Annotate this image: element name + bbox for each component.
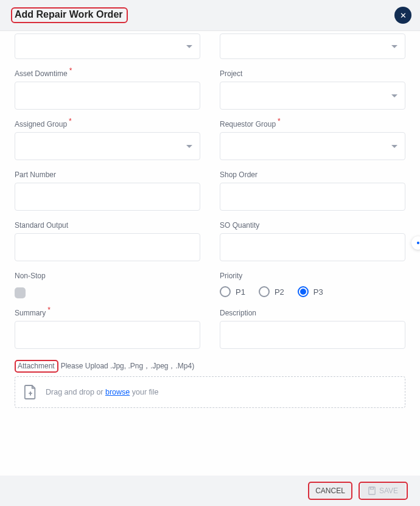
priority-label-p3: P3 [313, 287, 323, 297]
project-select[interactable] [220, 82, 405, 110]
shop-order-label: Shop Order [220, 170, 257, 179]
priority-label-p2: P2 [275, 287, 284, 297]
top-left-select[interactable] [15, 33, 200, 59]
close-button[interactable]: ✕ [394, 7, 411, 24]
asset-downtime-label: Asset Downtime [15, 69, 70, 78]
radio-icon [298, 286, 309, 297]
description-input[interactable] [220, 321, 405, 349]
assigned-group-label: Assigned Group [15, 120, 70, 128]
non-stop-toggle[interactable] [15, 287, 26, 298]
save-button[interactable]: SAVE [361, 483, 405, 499]
attachment-label: Attachment [15, 360, 58, 373]
requestor-group-label: Requestor Group [220, 120, 279, 128]
assigned-group-select[interactable] [15, 132, 200, 160]
close-icon: ✕ [400, 11, 407, 20]
so-quantity-label: SO Quantity [220, 221, 259, 230]
part-number-input[interactable] [15, 183, 200, 211]
chevron-down-icon [391, 45, 397, 48]
priority-radio-p3[interactable]: P3 [298, 286, 323, 297]
chevron-down-icon [391, 94, 397, 97]
svg-rect-0 [369, 487, 375, 494]
cancel-button[interactable]: CANCEL [308, 482, 352, 500]
chevron-down-icon [186, 145, 192, 148]
priority-label: Priority [220, 272, 242, 280]
project-label: Project [220, 69, 242, 78]
radio-icon [259, 286, 270, 297]
asset-downtime-input[interactable] [15, 82, 200, 110]
description-label: Description [220, 309, 256, 317]
non-stop-label: Non-Stop [15, 272, 46, 280]
chevron-down-icon [186, 45, 192, 48]
browse-link[interactable]: browse [105, 388, 130, 396]
attachment-dropzone[interactable]: Drag and drop or browse your file [15, 376, 405, 408]
save-icon [368, 487, 376, 495]
dialog-header: Add Repair Work Order ✕ [0, 0, 420, 31]
standard-output-label: Standard Output [15, 221, 68, 230]
dropzone-text: Drag and drop or browse your file [46, 388, 159, 396]
svg-rect-1 [370, 487, 373, 489]
dialog-footer: CANCEL SAVE [0, 476, 420, 506]
attachment-row: Attachment Please Upload .Jpg, .Png，.Jpe… [15, 360, 405, 373]
page-title: Add Repair Work Order [11, 7, 128, 23]
priority-radio-p1[interactable]: P1 [220, 286, 245, 297]
so-quantity-input[interactable] [220, 233, 405, 261]
priority-label-p1: P1 [236, 287, 245, 297]
chevron-down-icon [391, 145, 397, 148]
summary-label: Summary [15, 309, 49, 317]
summary-input[interactable] [15, 321, 200, 349]
priority-radio-p2[interactable]: P2 [259, 286, 284, 297]
part-number-label: Part Number [15, 170, 56, 179]
standard-output-input[interactable] [15, 233, 200, 261]
shop-order-input[interactable] [220, 183, 405, 211]
priority-radio-group: P1 P2 P3 [220, 286, 405, 297]
attachment-hint: Please Upload .Jpg, .Png，.Jpeg，.Mp4) [61, 361, 194, 371]
requestor-group-select[interactable] [220, 132, 405, 160]
file-upload-icon [24, 384, 37, 400]
top-right-select[interactable] [220, 33, 405, 59]
radio-icon [220, 286, 231, 297]
